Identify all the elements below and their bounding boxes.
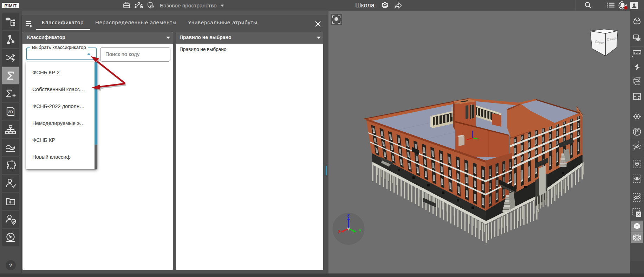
svg-text:Z: Z bbox=[347, 213, 350, 218]
svg-text:Y: Y bbox=[359, 228, 362, 233]
svg-text:1: 1 bbox=[632, 144, 634, 146]
svg-text:2: 2 bbox=[638, 141, 639, 144]
svg-text:X: X bbox=[338, 229, 341, 234]
svg-text:2D: 2D bbox=[8, 110, 13, 114]
